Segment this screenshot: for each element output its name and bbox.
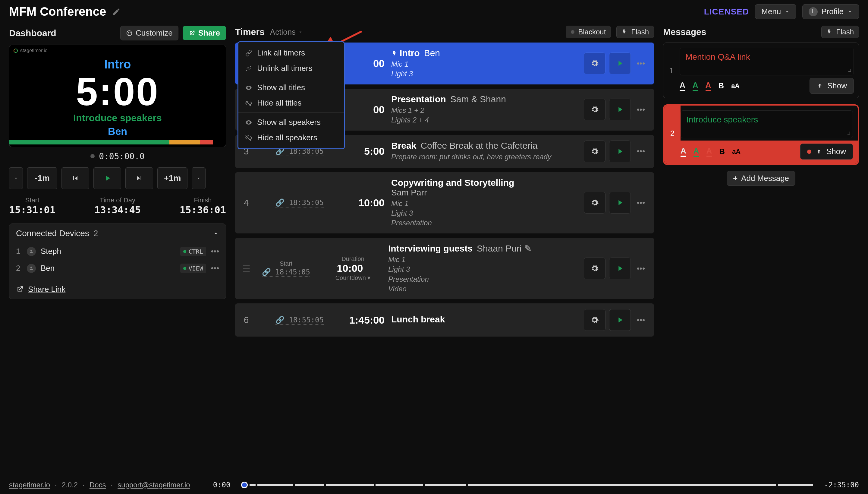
format-green[interactable]: A [693, 80, 698, 91]
timers-label: Timers [235, 27, 264, 37]
message-index: 2 [664, 106, 680, 140]
finish-time: Finish15:36:01 [180, 196, 226, 216]
svg-point-2 [130, 32, 131, 33]
row-settings-button[interactable] [584, 309, 606, 331]
link-all-timers[interactable]: Link all timers [238, 45, 344, 61]
row-notes: Mic 1Light 3PresentationVideo [388, 255, 577, 294]
brand: stagetimer.io [9, 45, 226, 56]
rewind-more-dropdown[interactable] [9, 167, 23, 189]
row-menu[interactable]: ••• [634, 59, 647, 68]
edit-icon[interactable]: ✎ [524, 243, 532, 253]
format-size[interactable]: aA [732, 148, 741, 156]
device-menu[interactable]: ••• [211, 264, 219, 273]
forward-more-dropdown[interactable] [192, 167, 205, 189]
timeline-marker[interactable] [241, 482, 248, 488]
timeline-scrubber[interactable] [241, 483, 813, 487]
eye-off-icon [245, 134, 252, 141]
hide-all-titles[interactable]: Hide all titles [238, 95, 344, 111]
add-message-button[interactable]: + Add Message [727, 171, 795, 186]
row-duration: 1:45:00 [333, 314, 384, 326]
resize-handle[interactable]: ⌟ [847, 126, 851, 136]
format-white[interactable]: A [680, 146, 686, 157]
row-menu[interactable]: ••• [634, 198, 647, 208]
customize-button[interactable]: Customize [120, 26, 178, 40]
format-white[interactable]: A [679, 80, 685, 91]
show-message-button[interactable]: Show [800, 144, 853, 159]
next-button[interactable] [125, 167, 153, 189]
row-menu[interactable]: ••• [634, 147, 647, 156]
format-bold[interactable]: B [719, 147, 725, 156]
row-settings-button[interactable] [584, 140, 606, 162]
menu-dropdown[interactable]: Menu [755, 4, 796, 19]
actions-dropdown-trigger[interactable]: Actions [270, 27, 303, 37]
messages-flash-button[interactable]: Flash [821, 26, 859, 38]
palette-icon [126, 30, 133, 37]
connected-devices-panel: Connected Devices 2 1 Steph CTRL •••2 Be… [9, 224, 226, 299]
devices-toggle[interactable]: Connected Devices 2 [9, 224, 226, 243]
format-red[interactable]: A [707, 146, 712, 157]
row-play-button[interactable] [609, 192, 631, 213]
timeline-start: 0:00 [213, 481, 231, 489]
message-text[interactable]: Introduce speakers⌟ [680, 110, 853, 138]
device-menu[interactable]: ••• [211, 247, 219, 256]
timer-row[interactable]: 6 🔗 18:55:05 1:45:00 Lunch break ••• [235, 303, 654, 337]
unlink-all-timers[interactable]: Unlink all timers [238, 61, 344, 76]
row-speaker: Shaan Puri [477, 243, 521, 253]
svg-point-3 [128, 34, 129, 34]
link-icon [245, 50, 252, 57]
flash-button[interactable]: Flash [616, 26, 654, 38]
footer-docs[interactable]: Docs [90, 481, 106, 489]
hide-all-speakers[interactable]: Hide all speakers [238, 130, 344, 145]
svg-point-0 [127, 31, 132, 36]
format-size[interactable]: aA [731, 82, 739, 90]
row-duration: 10:00 [333, 197, 384, 209]
gear-icon [590, 59, 599, 68]
row-settings-button[interactable] [584, 53, 606, 74]
row-menu[interactable]: ••• [634, 316, 647, 325]
live-dot-icon [807, 150, 811, 154]
play-button[interactable] [94, 167, 121, 189]
show-all-titles[interactable]: Show all titles [238, 80, 344, 95]
row-settings-button[interactable] [584, 192, 606, 213]
format-bold[interactable]: B [718, 81, 724, 91]
gear-icon [590, 316, 599, 324]
svg-point-4 [31, 250, 32, 251]
footer-site[interactable]: stagetimer.io [9, 481, 50, 489]
row-play-button[interactable] [609, 99, 631, 120]
blackout-button[interactable]: Blackout [566, 26, 611, 38]
chevron-down-icon [785, 9, 790, 15]
message-text[interactable]: Mention Q&A link⌟ [679, 48, 854, 75]
row-settings-button[interactable] [584, 258, 606, 279]
device-index: 1 [16, 247, 22, 256]
prev-button[interactable] [61, 167, 89, 189]
profile-dropdown[interactable]: L Profile [802, 4, 859, 19]
show-all-speakers[interactable]: Show all speakers [238, 115, 344, 130]
row-menu[interactable]: ••• [634, 105, 647, 114]
plus-1m-button[interactable]: +1m [157, 167, 188, 189]
show-message-button[interactable]: Show [810, 78, 854, 94]
format-green[interactable]: A [693, 146, 699, 157]
eye-icon [245, 84, 252, 91]
edit-title-icon[interactable] [112, 7, 121, 16]
resize-handle[interactable]: ⌟ [848, 63, 852, 73]
row-play-button[interactable] [609, 140, 631, 162]
row-play-button[interactable] [609, 309, 631, 331]
format-red[interactable]: A [706, 80, 711, 91]
row-play-button[interactable] [609, 258, 631, 279]
share-button[interactable]: Share [183, 26, 226, 40]
arrow-up-icon [816, 83, 823, 89]
row-settings-button[interactable] [584, 99, 606, 120]
gear-icon [590, 198, 599, 207]
minus-1m-button[interactable]: -1m [27, 167, 57, 189]
play-icon [616, 59, 624, 68]
eye-icon [245, 119, 252, 126]
timer-row[interactable]: ☰ Start 🔗 18:45:05 Duration 10:00 Countd… [235, 238, 654, 300]
timer-row[interactable]: 4 🔗 18:35:05 10:00 Copywriting and Story… [235, 172, 654, 233]
share-link[interactable]: Share Link [9, 280, 226, 299]
row-notes: Prepare room: put drinks out, have greet… [391, 152, 577, 162]
footer-support[interactable]: support@stagetimer.io [118, 481, 190, 489]
row-play-button[interactable] [609, 53, 631, 74]
start-time: Start15:31:01 [9, 196, 56, 216]
svg-point-5 [31, 267, 32, 268]
row-menu[interactable]: ••• [634, 264, 647, 273]
